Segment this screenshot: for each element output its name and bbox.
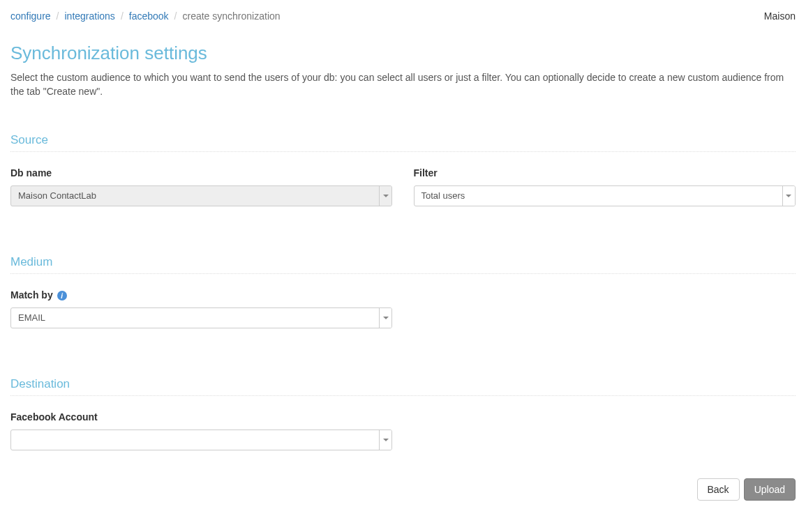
dropdown-caret-box [782,186,795,206]
db-name-label: Db name [10,167,393,178]
info-icon[interactable]: i [57,291,67,301]
facebook-account-field: Facebook Account [10,411,393,450]
breadcrumb-current: create synchronization [182,10,280,22]
facebook-account-value [11,430,379,450]
breadcrumb-separator: / [115,10,129,22]
destination-spacer [414,411,796,450]
chevron-down-icon [383,439,389,441]
source-row: Db name Maison ContactLab Filter Total u… [10,167,796,206]
filter-value: Total users [415,186,782,206]
db-name-select[interactable]: Maison ContactLab [10,185,392,206]
dropdown-caret-box [379,308,391,328]
dropdown-caret-box [379,430,391,450]
section-heading-medium: Medium [10,255,796,274]
match-by-select[interactable]: EMAIL [10,307,392,328]
breadcrumb-facebook[interactable]: facebook [129,10,169,22]
breadcrumb-configure[interactable]: configure [10,10,51,22]
account-label[interactable]: Maison [764,10,796,22]
breadcrumb-separator: / [169,10,183,22]
facebook-account-select[interactable] [10,430,392,450]
page-description: Select the custom audience to which you … [10,71,792,98]
upload-button[interactable]: Upload [744,478,796,501]
breadcrumb-integrations[interactable]: integrations [64,10,114,22]
db-name-field: Db name Maison ContactLab [10,167,393,206]
topbar: configure / integrations / facebook / cr… [10,10,796,22]
chevron-down-icon [383,317,389,319]
chevron-down-icon [383,195,389,197]
footer-buttons: Back Upload [10,478,796,501]
match-by-field: Match by i EMAIL [10,289,393,328]
page-title: Synchronization settings [10,43,796,64]
filter-field: Filter Total users [414,167,796,206]
facebook-account-label: Facebook Account [10,411,393,423]
db-name-value: Maison ContactLab [11,186,379,206]
destination-row: Facebook Account [10,411,796,450]
section-heading-destination: Destination [10,377,796,396]
match-by-label: Match by i [10,289,393,301]
medium-spacer [414,289,796,328]
breadcrumb: configure / integrations / facebook / cr… [10,10,281,22]
filter-select[interactable]: Total users [414,185,796,206]
dropdown-caret-box [379,186,391,206]
filter-label: Filter [414,167,796,178]
chevron-down-icon [786,195,791,197]
match-by-label-text: Match by [10,289,53,301]
back-button[interactable]: Back [697,478,740,501]
medium-row: Match by i EMAIL [10,289,796,328]
section-heading-source: Source [10,133,796,152]
breadcrumb-separator: / [51,10,65,22]
match-by-value: EMAIL [11,308,379,328]
